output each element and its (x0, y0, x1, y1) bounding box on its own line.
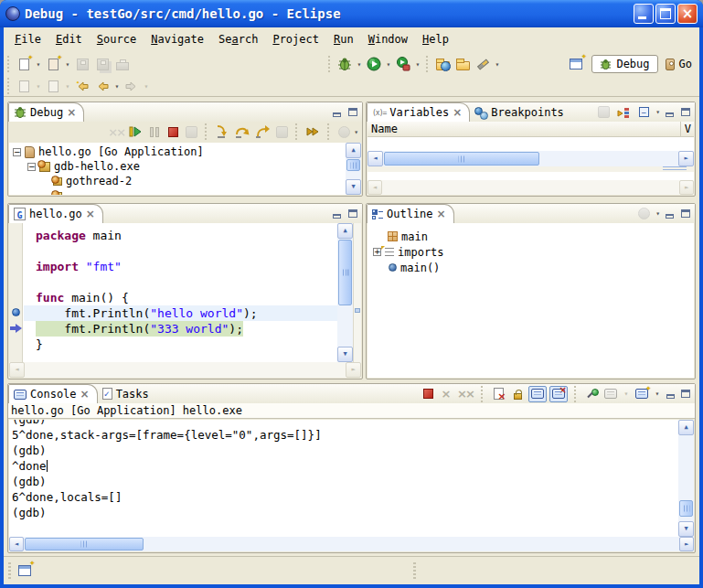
scroll-lock-button[interactable] (509, 386, 526, 402)
tab-console[interactable]: Console × (8, 384, 98, 403)
debug-tree[interactable]: − hello.go [Go Application] − gdb-hello.… (9, 143, 361, 195)
close-tab-icon[interactable]: × (86, 208, 95, 219)
tab-debug[interactable]: Debug × (8, 102, 84, 122)
suspend-button[interactable] (146, 122, 163, 142)
view-menu-button[interactable]: ▾ (354, 128, 358, 136)
new-wizard-dropdown[interactable]: ▾ (34, 60, 43, 69)
remove-all-terminated-button[interactable]: ×× (108, 122, 124, 142)
clear-console-button[interactable]: × (490, 386, 506, 402)
back-dropdown[interactable]: ▾ (112, 82, 122, 91)
tab-variables[interactable]: (x)= Variables × (367, 102, 470, 122)
scroll-right-button[interactable]: ► (679, 537, 694, 551)
show-logical-structure-button[interactable] (615, 105, 632, 120)
display-console-dropdown[interactable]: ▾ (622, 390, 631, 398)
tab-breakpoints[interactable]: Breakpoints (470, 102, 570, 122)
forward-dropdown[interactable]: ▾ (142, 82, 151, 91)
outline-item-main-package[interactable]: main (367, 229, 694, 244)
close-tab-icon[interactable]: × (437, 208, 446, 219)
resume-button[interactable] (126, 122, 144, 142)
menu-file[interactable]: File (7, 30, 48, 48)
close-tab-icon[interactable]: × (453, 107, 462, 118)
scroll-left-button[interactable]: ◄ (367, 151, 383, 166)
expand-expander-icon[interactable]: + (373, 248, 381, 256)
drop-to-frame-button[interactable] (304, 122, 322, 142)
minimize-view-button[interactable] (664, 208, 676, 219)
print-button[interactable] (112, 54, 133, 74)
outline-item-imports[interactable]: + imports (367, 244, 694, 260)
minimize-view-button[interactable] (664, 106, 676, 118)
maximize-view-button[interactable] (346, 208, 358, 219)
search-dropdown[interactable]: ▾ (493, 60, 502, 69)
tab-hello-go[interactable]: G hello.go × (8, 204, 103, 223)
variables-tree-empty[interactable] (367, 137, 694, 151)
next-annotation-button[interactable] (14, 76, 34, 96)
menu-window[interactable]: Window (361, 30, 415, 48)
tab-outline[interactable]: Outline × (367, 204, 454, 223)
back-button[interactable] (92, 76, 112, 96)
minimize-window-button[interactable] (634, 4, 654, 24)
scroll-up-button[interactable]: ▲ (678, 420, 694, 435)
save-button[interactable] (72, 54, 92, 74)
open-type-button[interactable] (432, 54, 453, 74)
terminate-button[interactable] (165, 122, 181, 142)
debug-launch-button[interactable] (335, 54, 355, 74)
run-launch-button[interactable] (364, 54, 384, 74)
maximize-view-button[interactable] (679, 106, 691, 118)
code-editor[interactable]: package main import "fmt" func main() { … (24, 223, 337, 362)
scroll-left-button[interactable]: ◄ (9, 537, 24, 551)
scroll-thumb[interactable] (346, 159, 360, 171)
scroll-right-button[interactable]: ► (346, 362, 361, 378)
search-button[interactable] (473, 54, 493, 74)
next-annotation-dropdown[interactable]: ▾ (34, 82, 43, 91)
menu-help[interactable]: Help (415, 30, 456, 48)
console-output[interactable]: (gdb) 5^done,stack-args=[frame={level="0… (9, 420, 678, 537)
scroll-right-button[interactable]: ► (679, 180, 694, 195)
scroll-right-button[interactable]: ► (678, 151, 694, 166)
tree-row[interactable]: − hello.go [Go Application] (9, 144, 361, 159)
show-stdout-button[interactable] (528, 386, 547, 402)
previous-annotation-dropdown[interactable]: ▾ (63, 82, 72, 91)
instruction-stepping-button[interactable] (273, 122, 290, 142)
scroll-down-button[interactable]: ▼ (678, 521, 694, 537)
open-resource-button[interactable] (453, 54, 473, 74)
collapse-expander-icon[interactable]: − (27, 163, 36, 171)
perspective-debug[interactable]: Debug (591, 55, 657, 73)
step-over-button[interactable] (233, 122, 251, 142)
step-return-button[interactable] (253, 122, 272, 142)
remove-all-terminated-button[interactable]: ×× (456, 386, 474, 402)
minimize-view-button[interactable] (331, 208, 343, 219)
pin-console-button[interactable] (583, 386, 600, 402)
maximize-view-button[interactable] (679, 208, 691, 219)
collapse-expander-icon[interactable]: − (13, 148, 21, 156)
close-tab-icon[interactable]: × (67, 107, 76, 118)
scroll-down-button[interactable]: ▼ (337, 347, 353, 362)
remove-launch-button[interactable]: × (439, 386, 453, 402)
new-project-button[interactable]: ✦ (43, 54, 63, 74)
value-column-header[interactable]: V (685, 123, 691, 135)
scroll-up-button[interactable]: ▲ (337, 223, 353, 239)
new-wizard-button[interactable]: ✦ (14, 54, 34, 74)
scroll-thumb[interactable] (384, 152, 539, 166)
external-tools-dropdown[interactable]: ▾ (413, 60, 422, 69)
open-console-dropdown[interactable]: ▾ (653, 390, 662, 398)
menu-navigate[interactable]: Navigate (144, 30, 211, 48)
variables-detail-pane[interactable]: ◄ ► (367, 172, 694, 195)
editor-ruler[interactable] (9, 223, 23, 362)
save-all-button[interactable] (92, 54, 112, 74)
menu-edit[interactable]: Edit (48, 30, 90, 48)
overview-ruler[interactable] (353, 223, 361, 362)
menu-project[interactable]: Project (265, 30, 326, 48)
step-into-button[interactable] (213, 122, 231, 142)
collapse-all-button[interactable]: − (635, 105, 652, 120)
column-divider[interactable] (680, 122, 681, 136)
debug-launch-dropdown[interactable]: ▾ (355, 60, 364, 69)
last-edit-location-button[interactable]: ✦ (72, 76, 92, 96)
forward-button[interactable] (122, 76, 142, 96)
scroll-up-button[interactable]: ▲ (346, 143, 361, 158)
new-project-dropdown[interactable]: ▾ (63, 60, 72, 69)
outline-item-main-func[interactable]: main() (367, 260, 694, 275)
view-menu-button[interactable]: ▾ (655, 108, 660, 116)
show-type-names-button[interactable] (595, 105, 612, 120)
outline-sort-button[interactable] (635, 207, 652, 221)
show-stderr-button[interactable]: × (549, 386, 568, 402)
